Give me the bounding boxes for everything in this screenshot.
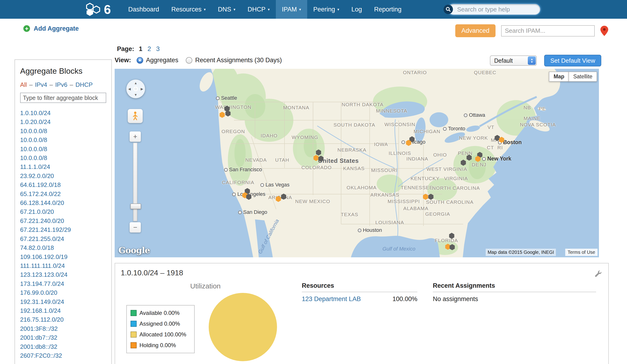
- aggregate-block-link[interactable]: 64.61.192.0/18: [20, 180, 106, 189]
- utilization-title: Utilization: [163, 282, 248, 290]
- no-assignments-text: No assignments: [433, 296, 596, 303]
- aggregate-block-link[interactable]: 10.0.0.0/8: [20, 154, 106, 162]
- ipam-search-input[interactable]: [501, 25, 595, 37]
- aggregate-filter[interactable]: IPv4: [35, 81, 47, 88]
- pegman-control[interactable]: [128, 109, 143, 123]
- zoom-slider-handle[interactable]: [130, 204, 141, 209]
- map-canvas[interactable]: ONTARIOQUEBECNBPENOVA SCOTIAMAINEWASHING…: [115, 69, 599, 257]
- resource-row: 123 Department LAB100.00%: [302, 296, 417, 303]
- zoom-slider-track[interactable]: [133, 143, 137, 221]
- aggregate-block-link[interactable]: 1.0.20.0/24: [20, 117, 106, 126]
- legend-item: Assigned 0.00%: [131, 320, 190, 327]
- aggregate-block-link[interactable]: 74.82.0.0/18: [20, 243, 106, 252]
- set-default-view-button[interactable]: Set Default View: [544, 55, 601, 66]
- map-attribution: Map data ©2015 Google, INEGI: [486, 249, 556, 256]
- chevron-down-icon: ▾: [299, 7, 301, 12]
- view-preset-select[interactable]: Default ▲▼: [490, 55, 537, 66]
- legend-label: Available 0.00%: [139, 310, 180, 316]
- hexagon-logo-icon: [85, 2, 102, 16]
- view-option-label: Recent Assignments (30 Days): [195, 57, 282, 64]
- page-number[interactable]: 2: [148, 45, 151, 53]
- aggregate-block-link[interactable]: 65.172.24.0/22: [20, 190, 106, 198]
- view-radio-option[interactable]: Aggregates: [137, 57, 178, 64]
- aggregate-block-link[interactable]: 111.111.111.0/24: [20, 261, 106, 270]
- aggregate-detail-panel: 1.0.10.0/24 – 1918 Utilization Available…: [115, 263, 609, 364]
- resources-rows: 123 Department LAB100.00%: [302, 296, 417, 303]
- zoom-out-button[interactable]: −: [130, 222, 141, 233]
- nav-item[interactable]: DHCP▾: [241, 0, 276, 19]
- legend-swatch: [131, 331, 137, 338]
- aggregate-filter: –: [29, 81, 33, 88]
- nav-item[interactable]: Resources▾: [165, 0, 212, 19]
- ipam-page: 6 Dashboard▾Resources▾DNS▾DHCP▾IPAM▾Peer…: [0, 0, 627, 364]
- aggregate-block-link[interactable]: 10.0.0.0/8: [20, 135, 106, 144]
- aggregate-block-link[interactable]: 123.123.123.0/24: [20, 270, 106, 279]
- view-radio-option[interactable]: Recent Assignments (30 Days): [186, 57, 282, 64]
- aggregate-filter[interactable]: DHCP: [75, 81, 93, 88]
- nav-item[interactable]: Peering▾: [307, 0, 345, 19]
- zoom-control: + −: [130, 131, 141, 233]
- map-pin-icon[interactable]: [600, 26, 608, 36]
- page-number[interactable]: 1: [139, 45, 143, 53]
- aggregate-filter-input[interactable]: [20, 93, 106, 103]
- aggregate-block-link[interactable]: 2001:db7::/32: [20, 333, 106, 342]
- help-search-input[interactable]: [448, 4, 540, 15]
- nav-item[interactable]: DNS▾: [212, 0, 241, 19]
- aggregate-block-link[interactable]: 66.128.144.0/20: [20, 198, 106, 207]
- aggregate-block-link[interactable]: 2001:db8::/32: [20, 342, 106, 351]
- aggregate-block-link[interactable]: 2001:3F8::/32: [20, 324, 106, 333]
- nav-item[interactable]: Reporting▾: [368, 0, 408, 19]
- add-aggregate-button[interactable]: + Add Aggregate: [23, 25, 79, 32]
- map-terrain: [115, 69, 599, 257]
- view-selector: View: AggregatesRecent Assignments (30 D…: [115, 57, 282, 64]
- map-type-button[interactable]: Map: [549, 72, 569, 82]
- nav-item[interactable]: Dashboard▾: [122, 0, 165, 19]
- aggregate-block-link[interactable]: 192.31.149.0/24: [20, 297, 106, 306]
- legend-label: Allocated 100.00%: [139, 331, 186, 338]
- brand-logo[interactable]: 6: [85, 2, 111, 16]
- aggregate-block-link[interactable]: 109.106.192.0/19: [20, 253, 106, 261]
- map-type-button[interactable]: Satellite: [569, 72, 597, 82]
- map-type-toggle: MapSatellite: [549, 72, 597, 82]
- nav-item[interactable]: IPAM▾: [276, 0, 307, 19]
- pan-right-arrow[interactable]: ▶: [141, 87, 143, 91]
- aggregate-block-link[interactable]: 2607:F2C0::/32: [20, 351, 106, 360]
- aggregate-block-link[interactable]: 67.221.240.0/20: [20, 216, 106, 225]
- aggregate-block-link[interactable]: 192.168.1.0/24: [20, 306, 106, 315]
- aggregate-filters: All–IPv4–IPv6–DHCP: [20, 81, 106, 88]
- aggregate-block-link[interactable]: 10.0.0.0/8: [20, 145, 106, 154]
- view-preset-value: Default: [494, 57, 513, 64]
- aggregate-block-link[interactable]: 176.99.0.0/20: [20, 288, 106, 297]
- aggregate-block-link[interactable]: 67.21.0.0/20: [20, 207, 106, 216]
- page-number[interactable]: 3: [156, 45, 160, 53]
- aggregate-block-link[interactable]: 67.221.255.0/24: [20, 234, 106, 243]
- resource-link[interactable]: 123 Department LAB: [302, 296, 361, 303]
- terms-of-use-link[interactable]: Terms of Use: [565, 249, 598, 256]
- aggregate-block-link[interactable]: 67.221.241.192/29: [20, 225, 106, 234]
- aggregate-block-link[interactable]: 23.92.0.0/20: [20, 171, 106, 180]
- aggregate-block-link[interactable]: 11.1.1.0/24: [20, 162, 106, 171]
- aggregate-block-list: 1.0.10.0/241.0.20.0/2410.0.0.0/810.0.0.0…: [20, 108, 106, 360]
- pan-left-arrow[interactable]: ◀: [128, 87, 131, 91]
- aggregate-filter[interactable]: IPv6: [55, 81, 67, 88]
- search-icon[interactable]: [444, 5, 453, 14]
- resources-header: Resources: [302, 282, 417, 292]
- legend-swatch: [131, 342, 137, 348]
- plus-icon: +: [23, 25, 30, 32]
- aggregate-block-link[interactable]: 216.75.112.0/20: [20, 315, 106, 324]
- aggregate-block-link[interactable]: 10.0.0.0/8: [20, 127, 106, 135]
- aggregate-block-link[interactable]: 173.194.77.0/24: [20, 279, 106, 288]
- radio-icon: [137, 57, 143, 64]
- zoom-in-button[interactable]: +: [130, 131, 141, 142]
- aggregate-filter[interactable]: All: [20, 81, 27, 88]
- view-controls: Default ▲▼ Set Default View: [490, 55, 601, 66]
- pan-down-arrow[interactable]: ▼: [134, 93, 137, 96]
- chevron-down-icon: ▾: [233, 7, 235, 12]
- aggregate-block-link[interactable]: 1.0.10.0/24: [20, 108, 106, 117]
- wrench-icon[interactable]: [594, 270, 602, 279]
- pan-control[interactable]: ▲ ▼ ◀ ▶: [126, 80, 145, 98]
- aggregate-blocks-title: Aggregate Blocks: [20, 66, 106, 76]
- advanced-button[interactable]: Advanced: [455, 24, 496, 37]
- nav-item[interactable]: Log▾: [345, 0, 368, 19]
- pan-up-arrow[interactable]: ▲: [134, 81, 137, 85]
